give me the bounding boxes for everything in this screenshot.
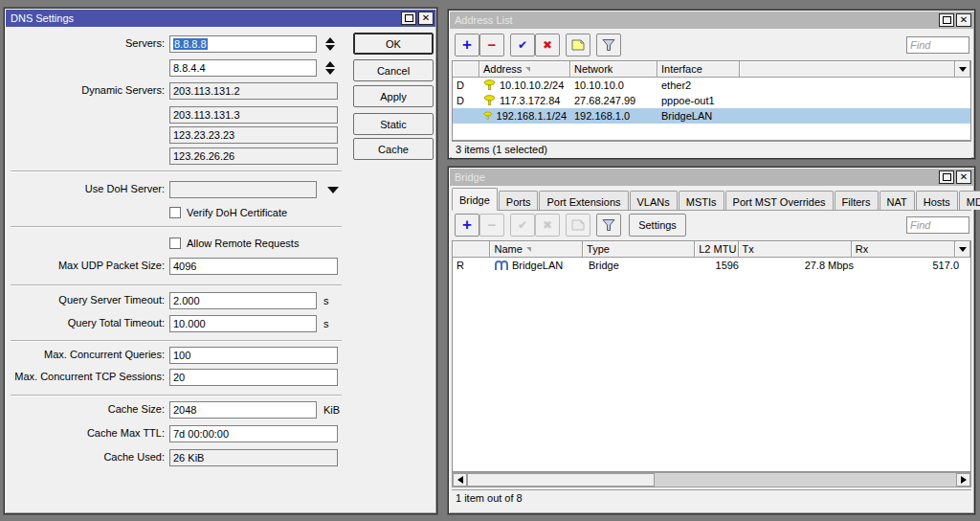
restore-button[interactable]	[939, 13, 954, 27]
row-tx: 27.8 Mbps	[743, 258, 858, 273]
tab-mstis[interactable]: MSTIs	[679, 191, 724, 210]
enable-button[interactable]: ✔	[510, 34, 535, 57]
allow-remote-requests-label: Allow Remote Requests	[187, 238, 299, 249]
network-column-header[interactable]: Network	[570, 61, 657, 78]
row-address: 117.3.172.84	[479, 93, 570, 108]
bridge-titlebar[interactable]: Bridge ✕	[450, 169, 973, 186]
column-menu-button[interactable]	[955, 61, 970, 78]
apply-button[interactable]: Apply	[353, 85, 434, 107]
comment-button-disabled[interactable]	[566, 214, 590, 237]
max-concurrent-tcp-input[interactable]: 20	[169, 369, 338, 386]
row-interface: ether2	[657, 78, 740, 93]
l2mtu-column-header[interactable]: L2 MTU	[695, 241, 738, 258]
row-flag: D	[453, 93, 479, 108]
interface-column-header[interactable]: Interface	[657, 61, 740, 78]
cross-icon: ✖	[543, 219, 552, 231]
tab-port-extensions[interactable]: Port Extensions	[539, 191, 628, 210]
address-row-1[interactable]: D 10.10.10.2/24 10.10.10.0 ether2	[453, 78, 970, 93]
address-list-titlebar[interactable]: Address List ✕	[450, 11, 973, 29]
filter-button[interactable]	[596, 214, 621, 237]
l2mtu-column-label: L2 MTU	[699, 243, 736, 255]
max-concurrent-queries-label: Max. Concurrent Queries:	[9, 347, 165, 363]
close-button[interactable]: ✕	[418, 11, 434, 25]
cache-size-label: Cache Size:	[9, 401, 165, 418]
bridge-row-1[interactable]: R BridgeLAN Bridge 1596 27.8 Mbps 517.0	[453, 258, 970, 273]
server-input-1[interactable]: 8.8.8.8	[169, 35, 317, 53]
close-button[interactable]: ✕	[956, 170, 971, 184]
scroll-right-button[interactable]	[956, 473, 970, 487]
cancel-button[interactable]: Cancel	[353, 59, 434, 81]
combo-dropdown-icon[interactable]	[327, 187, 339, 193]
type-column-header[interactable]: Type	[583, 241, 695, 258]
address-row-2[interactable]: D 117.3.172.84 27.68.247.99 pppoe-out1	[453, 93, 970, 108]
add-button[interactable]: +	[455, 34, 479, 57]
use-doh-server-combo[interactable]	[169, 181, 317, 198]
rx-column-header[interactable]: Rx	[852, 241, 955, 258]
server-input-2[interactable]: 8.8.4.4	[169, 59, 317, 77]
address-column-header[interactable]: Address	[479, 61, 570, 78]
restore-button[interactable]	[939, 170, 954, 184]
query-server-timeout-label: Query Server Timeout:	[9, 292, 165, 308]
row-address: 192.168.1.1/24	[479, 108, 570, 124]
address-text: 192.168.1.1/24	[497, 110, 567, 122]
settings-button[interactable]: Settings	[629, 214, 686, 237]
ok-button[interactable]: OK	[353, 33, 434, 55]
address-list-window-title: Address List	[455, 14, 513, 26]
tab-bridge[interactable]: Bridge	[452, 188, 498, 211]
close-button[interactable]: ✕	[956, 13, 971, 27]
seconds-unit: s	[323, 292, 329, 309]
cache-size-input[interactable]: 2048	[169, 401, 317, 419]
tab-nat[interactable]: NAT	[880, 191, 915, 210]
server-2-updown[interactable]	[324, 61, 336, 75]
query-total-timeout-input[interactable]: 10.000	[169, 315, 317, 332]
verify-doh-checkbox[interactable]	[169, 207, 181, 218]
cache-used-value: 26 KiB	[169, 449, 338, 466]
verify-doh-label: Verify DoH Certificate	[187, 207, 287, 218]
dns-titlebar[interactable]: DNS Settings ✕	[6, 10, 435, 27]
tab-mdb[interactable]: MDB	[959, 191, 980, 210]
flags-column-header[interactable]	[453, 61, 479, 78]
use-doh-server-label: Use DoH Server:	[9, 181, 165, 197]
filter-button[interactable]	[596, 34, 621, 57]
interface-column-label: Interface	[661, 63, 702, 75]
column-menu-button[interactable]	[955, 241, 970, 258]
horizontal-scrollbar[interactable]	[452, 472, 971, 487]
disable-button-disabled[interactable]: ✖	[535, 214, 560, 237]
scrollbar-thumb[interactable]	[467, 473, 655, 487]
static-button[interactable]: Static	[353, 113, 434, 135]
address-row-3-selected[interactable]: 192.168.1.1/24 192.168.1.0 BridgeLAN	[453, 108, 970, 124]
restore-button[interactable]	[401, 11, 416, 25]
bridge-toolbar: + − ✔ ✖ Settings	[449, 214, 974, 237]
cache-max-ttl-input[interactable]: 7d 00:00:00	[169, 425, 338, 442]
enable-button-disabled[interactable]: ✔	[510, 214, 535, 237]
scroll-left-button[interactable]	[453, 473, 467, 487]
rx-column-label: Rx	[856, 243, 868, 255]
separator	[11, 395, 342, 396]
comment-button[interactable]	[566, 34, 590, 57]
tab-ports[interactable]: Ports	[499, 191, 539, 210]
remove-button[interactable]: −	[479, 34, 504, 57]
address-list-statusbar: 3 items (1 selected)	[452, 141, 971, 158]
max-concurrent-queries-input[interactable]: 100	[169, 347, 338, 364]
tx-column-header[interactable]: Tx	[739, 241, 852, 258]
tab-port-mst-overrides[interactable]: Port MST Overrides	[725, 191, 834, 210]
flags-column-header[interactable]	[453, 241, 490, 258]
remove-button-disabled[interactable]: −	[479, 214, 504, 237]
address-list-toolbar: + − ✔ ✖	[449, 34, 974, 57]
address-pin-icon	[483, 95, 496, 106]
name-column-header[interactable]: Name	[490, 241, 583, 258]
allow-remote-requests-checkbox[interactable]	[169, 238, 181, 249]
cache-button[interactable]: Cache	[353, 138, 434, 160]
tab-hosts[interactable]: Hosts	[916, 191, 958, 210]
restore-icon	[943, 173, 951, 181]
server-1-updown[interactable]	[324, 37, 336, 51]
find-input[interactable]	[906, 216, 969, 234]
query-server-timeout-input[interactable]: 2.000	[169, 292, 317, 309]
tab-vlans[interactable]: VLANs	[630, 191, 678, 210]
add-button[interactable]: +	[455, 214, 479, 237]
find-input[interactable]	[906, 36, 969, 54]
tab-filters[interactable]: Filters	[835, 191, 879, 210]
max-udp-input[interactable]: 4096	[169, 258, 338, 275]
disable-button[interactable]: ✖	[535, 34, 560, 57]
query-total-timeout-label: Query Total Timeout:	[9, 315, 165, 331]
